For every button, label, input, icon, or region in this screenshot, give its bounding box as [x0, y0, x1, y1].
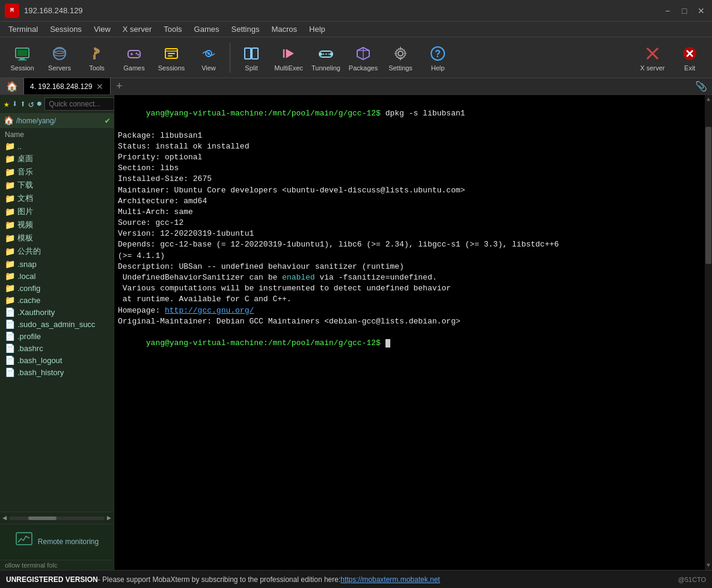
menu-terminal[interactable]: Terminal — [2, 23, 44, 35]
folder-icon: 📁 — [5, 207, 15, 216]
scroll-down-arrow[interactable]: ▼ — [705, 561, 712, 570]
toolbar-sessions-button[interactable]: Sessions — [154, 41, 189, 74]
titlebar: M 192.168.248.129 − □ ✕ — [0, 0, 712, 22]
sidebar-item-downloads[interactable]: 📁 下载 — [0, 179, 114, 192]
toolbar-settings-button[interactable]: Settings — [383, 41, 418, 74]
sidebar-item-xauthority[interactable]: 📄 .Xauthority — [0, 306, 114, 318]
menu-view[interactable]: View — [88, 23, 117, 35]
tab-paperclip-icon[interactable]: 📎 — [690, 78, 712, 94]
sidebar-item-snap[interactable]: 📁 .snap — [0, 258, 114, 270]
terminal-cursor — [385, 339, 390, 348]
tab-add-button[interactable]: + — [111, 78, 127, 94]
toolbar-tunneling-button[interactable]: Tunneling — [308, 41, 343, 74]
svg-marker-21 — [286, 49, 293, 58]
toolbar-view-button[interactable]: View — [191, 41, 226, 74]
split-label: Split — [245, 64, 257, 72]
file-icon: 📄 — [5, 355, 15, 365]
menu-macros[interactable]: Macros — [265, 23, 303, 35]
sidebar-item-sudo[interactable]: 📄 .sudo_as_admin_succ — [0, 318, 114, 330]
sidebar-item-bashrc[interactable]: 📄 .bashrc — [0, 342, 114, 354]
tab-close-button[interactable]: ✕ — [96, 82, 104, 91]
toolbar-servers-button[interactable]: Servers — [42, 41, 77, 74]
remote-monitoring-label: Remote monitoring — [38, 537, 99, 547]
terminal-output-depends2: (>= 4.1.1) — [118, 251, 708, 262]
sessions-icon — [162, 44, 181, 63]
minimize-button[interactable]: − — [661, 5, 674, 17]
sidebar-item-config[interactable]: 📁 .config — [0, 282, 114, 294]
sidebar-item-videos[interactable]: 📁 视频 — [0, 218, 114, 231]
svg-point-11 — [136, 52, 138, 54]
scroll-right-arrow[interactable]: ▶ — [107, 513, 111, 522]
toolbar-split-button[interactable]: Split — [234, 41, 269, 74]
scroll-left-arrow[interactable]: ◀ — [2, 513, 7, 522]
sidebar-item-desktop[interactable]: 📁 桌面 — [0, 152, 114, 165]
toolbar-games-button[interactable]: Games — [117, 41, 152, 74]
window-title: 192.168.248.129 — [24, 6, 661, 15]
scroll-up-arrow[interactable]: ▲ — [705, 95, 712, 104]
toolbar-help-button[interactable]: ? Help — [420, 41, 455, 74]
toolbar-tools-button[interactable]: Tools — [79, 41, 114, 74]
sidebar-item-name: .cache — [17, 296, 40, 305]
folder-icon: 📁 — [5, 295, 15, 305]
remote-monitoring-panel[interactable]: Remote monitoring — [0, 524, 114, 560]
file-icon: 📄 — [5, 343, 15, 353]
sidebar-item-templates[interactable]: 📁 模板 — [0, 231, 114, 245]
menu-sessions[interactable]: Sessions — [44, 23, 88, 35]
file-icon: 📄 — [5, 367, 15, 377]
sidebar-item-bash-history[interactable]: 📄 .bash_history — [0, 366, 114, 378]
sidebar-reload-button[interactable]: ↺ — [28, 97, 34, 111]
menu-xserver[interactable]: X server — [117, 23, 158, 35]
multiexec-icon — [279, 44, 298, 63]
sidebar-item-local[interactable]: 📁 .local — [0, 270, 114, 282]
toolbar-exit-button[interactable]: Exit — [672, 41, 707, 74]
toolbar-session-button[interactable]: Session — [5, 41, 40, 74]
multiexec-label: MultiExec — [274, 64, 303, 72]
sidebar-current-path: 🏠 /home/yang/ ✔ — [0, 114, 114, 128]
sidebar-refresh-button[interactable]: ⬇ — [12, 97, 18, 111]
sidebar-item-parent[interactable]: 📁 .. — [0, 140, 114, 152]
toolbar-multiexec-button[interactable]: MultiExec — [271, 41, 306, 74]
menu-tools[interactable]: Tools — [158, 23, 188, 35]
svg-rect-16 — [168, 55, 173, 57]
sidebar-item-name: 文档 — [17, 193, 33, 204]
sidebar-up-button[interactable]: ⬆ — [20, 97, 26, 111]
servers-icon — [50, 44, 69, 63]
sidebar-item-music[interactable]: 📁 音乐 — [0, 165, 114, 179]
close-button[interactable]: ✕ — [695, 5, 707, 17]
sidebar-star-icon: ★ — [4, 98, 10, 110]
sidebar-item-name: 桌面 — [17, 153, 33, 164]
status-link[interactable]: https://mobaxterm.mobatek.net — [340, 575, 440, 584]
tab-home[interactable]: 🏠 — [0, 78, 24, 94]
menu-settings[interactable]: Settings — [226, 23, 266, 35]
terminal-output-multiarch: Multi-Arch: same — [118, 207, 708, 218]
sidebar-item-name: 视频 — [17, 219, 33, 230]
sidebar-item-name: .local — [17, 272, 35, 281]
help-label: Help — [431, 64, 445, 72]
quick-connect-input[interactable] — [44, 97, 114, 111]
sidebar-item-bash-logout[interactable]: 📄 .bash_logout — [0, 354, 114, 366]
sidebar-item-public[interactable]: 📁 公共的 — [0, 245, 114, 258]
xserver-icon — [643, 44, 662, 63]
folder-icon: 📁 — [5, 141, 15, 151]
tab-main[interactable]: 4. 192.168.248.129 ✕ — [24, 78, 111, 94]
main-area: ★ ⬇ ⬆ ↺ ● 🏠 /home/yang/ ✔ Name 📁 .. 📁 桌面 — [0, 95, 712, 570]
sidebar-new-button[interactable]: ● — [37, 97, 43, 111]
sidebar-item-cache[interactable]: 📁 .cache — [0, 294, 114, 306]
menu-help[interactable]: Help — [303, 23, 331, 35]
toolbar-separator-1 — [230, 43, 230, 73]
app-logo: M — [5, 4, 19, 18]
monitoring-chart-icon — [15, 531, 33, 553]
sidebar-item-docs[interactable]: 📁 文档 — [0, 192, 114, 205]
sidebar-item-name: .bash_logout — [17, 356, 62, 365]
terminal-output-status: Status: install ok installed — [118, 141, 708, 152]
sidebar-item-name: 图片 — [17, 206, 33, 217]
terminal-area[interactable]: yang@yang-virtual-machine:/mnt/pool/main… — [114, 95, 712, 570]
sidebar-item-profile[interactable]: 📄 .profile — [0, 330, 114, 342]
sidebar-item-pictures[interactable]: 📁 图片 — [0, 205, 114, 218]
sidebar-item-name: .profile — [17, 332, 41, 341]
toolbar-xserver-button[interactable]: X server — [635, 41, 670, 74]
menu-games[interactable]: Games — [188, 23, 226, 35]
svg-point-25 — [319, 52, 322, 55]
toolbar-packages-button[interactable]: Packages — [346, 41, 381, 74]
maximize-button[interactable]: □ — [678, 5, 690, 17]
